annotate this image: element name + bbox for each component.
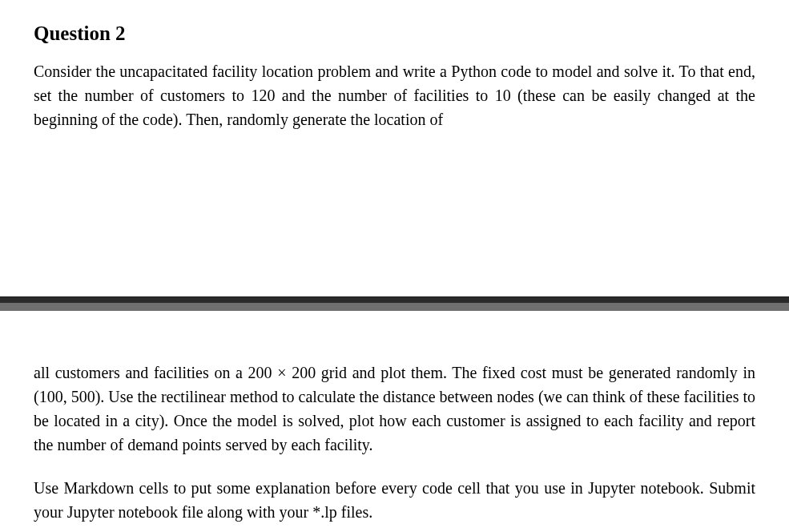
question-paragraph-bottom: Use Markdown cells to put some explanati… <box>34 476 755 524</box>
bottom-section: all customers and facilities on a 200 × … <box>0 361 789 524</box>
top-section: Question 2 Consider the uncapacitated fa… <box>0 0 789 131</box>
page-divider <box>0 296 789 311</box>
question-paragraph-mid: all customers and facilities on a 200 × … <box>34 361 755 457</box>
question-paragraph-top: Consider the uncapacitated facility loca… <box>34 59 755 131</box>
question-heading: Question 2 <box>34 22 755 45</box>
page-container: Question 2 Consider the uncapacitated fa… <box>0 0 789 532</box>
